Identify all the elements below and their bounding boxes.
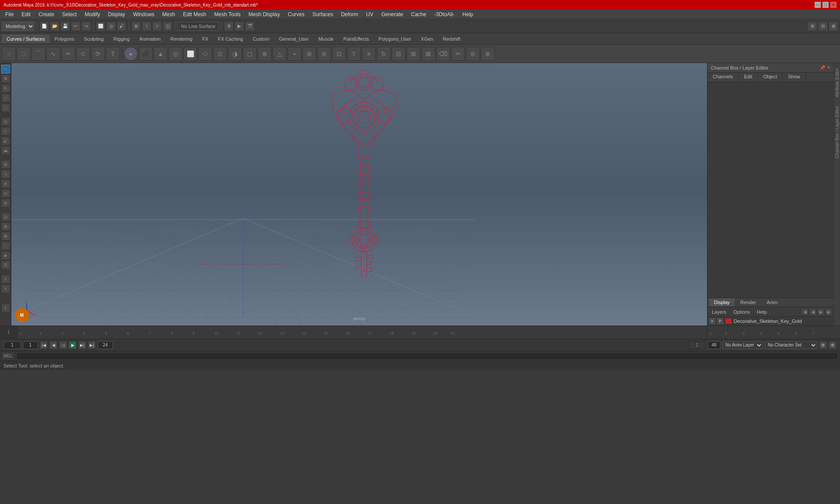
snap-to-grid-btn[interactable]: ⊞ [1, 160, 10, 169]
right-tool1[interactable]: ⊞ [808, 21, 817, 31]
soft-mod-button[interactable]: ◎ [1, 117, 10, 126]
shelf-icon-arc[interactable]: ⌒ [32, 47, 46, 61]
shelf-icon-boundary[interactable]: ⊞ [406, 47, 420, 61]
menu-select[interactable]: Select [59, 10, 80, 18]
menu-3dtoall[interactable]: -3DtoAll- [430, 10, 458, 18]
go-to-end-btn[interactable]: ▶| [88, 341, 96, 349]
anim-tab[interactable]: Anim [762, 298, 782, 306]
save-scene-button[interactable]: 💾 [60, 21, 70, 31]
shelf-tab-xgen[interactable]: XGen [416, 35, 438, 43]
display-mode-3[interactable]: ⊠ [1, 232, 10, 241]
undo-button[interactable]: ↩ [71, 21, 80, 31]
shelf-icon-loft[interactable]: ≡ [362, 47, 376, 61]
menu-edit-mesh[interactable]: Edit Mesh [179, 10, 210, 18]
layer-btn-2[interactable]: ≡ [1, 284, 10, 293]
new-scene-button[interactable]: 📄 [39, 21, 49, 31]
select-mode-button[interactable]: ⬜ [96, 21, 105, 31]
shelf-icon-curve[interactable]: ∿ [46, 47, 60, 61]
display-tab[interactable]: Display [709, 298, 735, 306]
shelf-icon-cube[interactable]: ⬛ [139, 47, 153, 61]
shelf-icon-nurbs-plane[interactable]: ▪ [287, 47, 301, 61]
shelf-tab-muscle[interactable]: Muscle [314, 35, 339, 43]
shelf-icon-circle[interactable]: ○ [2, 47, 16, 61]
render-settings-button[interactable]: ⚙ [224, 21, 234, 31]
shelf-tab-rendering[interactable]: Rendering [165, 35, 197, 43]
shelf-icon-disk[interactable]: ⊙ [213, 47, 227, 61]
paint-select-button[interactable]: 🖌 [117, 21, 126, 31]
options-menu[interactable]: Options [731, 309, 752, 315]
timeline[interactable]: 1 1 2 3 4 5 6 7 8 9 10 11 12 13 14 15 [0, 326, 840, 339]
step-fwd-btn[interactable]: ▶| [78, 341, 86, 349]
help-menu[interactable]: Help [754, 309, 770, 315]
menu-file[interactable]: File [2, 10, 17, 18]
outliner-btn[interactable]: ☰ [1, 261, 10, 270]
snap-point-button[interactable]: ⊹ [152, 21, 162, 31]
viewport[interactable]: View Shading Lighting Show Renderer Pane… [11, 63, 707, 326]
select-tool-button[interactable]: ↖ [1, 65, 10, 74]
redo-button[interactable]: ↪ [81, 21, 91, 31]
snap-to-point-btn[interactable]: ⊕ [1, 179, 10, 188]
menu-surfaces[interactable]: Surfaces [309, 10, 336, 18]
range-start-input[interactable] [23, 341, 38, 349]
shelf-tab-paint-effects[interactable]: PaintEffects [339, 35, 374, 43]
shelf-icon-cylinder[interactable]: ⬭ [198, 47, 212, 61]
layer-color-swatch[interactable] [725, 318, 732, 324]
shelf-icon-nurbs-sphere[interactable]: ◑ [228, 47, 242, 61]
cb-tab-channels[interactable]: Channels [707, 73, 738, 82]
display-mode-1[interactable]: ⊟ [1, 213, 10, 221]
shelf-icon-project[interactable]: ⊘ [466, 47, 480, 61]
shelf-icon-nurbs-torus[interactable]: ⊛ [302, 47, 316, 61]
shelf-tab-sculpting[interactable]: Sculpting [79, 35, 108, 43]
shelf-icon-fillet[interactable]: ⌫ [436, 47, 450, 61]
shelf-tab-general-user[interactable]: General_User [274, 35, 313, 43]
shelf-icon-bezier[interactable]: ⊂ [76, 47, 90, 61]
shelf-icon-revolve[interactable]: ↻ [377, 47, 391, 61]
shelf-icon-pencil[interactable]: ✏ [61, 47, 75, 61]
menu-curves[interactable]: Curves [284, 10, 308, 18]
paint-effects-button[interactable]: 🖌 [1, 136, 10, 145]
ipr-button[interactable]: 🎬 [245, 21, 255, 31]
module-selector[interactable]: Modeling [2, 21, 35, 31]
menu-display[interactable]: Display [105, 10, 129, 18]
shelf-icon-nurbs-cone[interactable]: △ [273, 47, 287, 61]
open-scene-button[interactable]: 📂 [50, 21, 60, 31]
menu-modify[interactable]: Modify [81, 10, 103, 18]
shelf-tab-animation[interactable]: Animation [134, 35, 165, 43]
snap-surface-button[interactable]: ◫ [163, 21, 172, 31]
last-tool-button[interactable]: ⬚ [1, 103, 10, 112]
anim-options-btn1[interactable]: ⚙ [819, 341, 827, 349]
shelf-icon-plane[interactable]: ⬜ [183, 47, 197, 61]
maximize-button[interactable]: □ [822, 2, 829, 8]
snap-curve-button[interactable]: ⌇ [142, 21, 151, 31]
menu-edit[interactable]: Edit [18, 10, 34, 18]
display-mode-2[interactable]: ⊞ [1, 222, 10, 231]
shelf-tab-rigging[interactable]: Rigging [108, 35, 134, 43]
layer-nav-btn2[interactable]: ◀ [809, 308, 816, 315]
render-tab[interactable]: Render [735, 298, 761, 306]
shelf-icon-intersect[interactable]: ⊕ [481, 47, 495, 61]
snap-to-curve-btn[interactable]: ∿ [1, 170, 10, 178]
shelf-icon-square[interactable]: □ [17, 47, 31, 61]
shelf-icon-nurbs-cube[interactable]: ◻ [243, 47, 257, 61]
rotate-tool-button[interactable]: ↻ [1, 84, 10, 93]
layer-nav-btn3[interactable]: ▶ [817, 308, 824, 315]
shelf-icon-helix[interactable]: ⟳ [91, 47, 105, 61]
step-back-btn[interactable]: ◀ [49, 341, 57, 349]
timeline-ruler-left[interactable]: 1 2 3 4 5 6 7 8 9 10 11 12 13 14 15 16 1… [18, 326, 707, 339]
menu-cache[interactable]: Cache [407, 10, 430, 18]
minimize-button[interactable]: — [815, 2, 821, 8]
layer-visibility-btn[interactable]: V [709, 318, 715, 324]
character-set-select[interactable]: No Character Set [765, 341, 817, 349]
cb-tab-show[interactable]: Show [783, 73, 806, 82]
anim-layer-select[interactable]: No Anim Layer [722, 341, 763, 349]
layers-menu[interactable]: Layers [709, 309, 729, 315]
menu-create[interactable]: Create [35, 10, 58, 18]
right-tool3[interactable]: ⊠ [829, 21, 838, 31]
layer-btn-1[interactable]: ≡ [1, 275, 10, 284]
snap-to-view-btn[interactable]: ⊡ [1, 189, 10, 198]
shelf-tab-polygons[interactable]: Polygons [49, 35, 79, 43]
shelf-icon-nurbs-cylinder[interactable]: ⊗ [258, 47, 272, 61]
layer-playback-btn[interactable]: P [717, 318, 723, 324]
menu-mesh-display[interactable]: Mesh Display [245, 10, 284, 18]
hypershade-btn[interactable]: ◈ [1, 251, 10, 260]
